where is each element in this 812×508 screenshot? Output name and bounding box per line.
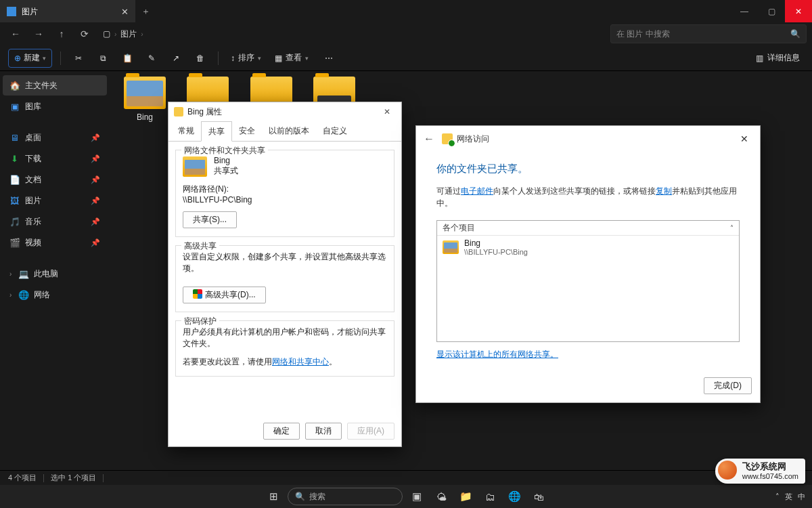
breadcrumb[interactable]: ▢ › 图片 › <box>103 28 143 40</box>
sidebar-item-desktop[interactable]: 🖥桌面📌 <box>3 127 107 148</box>
watermark-url: www.fs0745.com <box>742 472 798 480</box>
advanced-share-button[interactable]: 高级共享(D)... <box>183 287 266 303</box>
minimize-button[interactable]: — <box>731 0 758 22</box>
close-icon[interactable]: ✕ <box>377 104 397 119</box>
download-icon: ⬇ <box>9 154 20 164</box>
item-path: \\BILLYFU-PC\Bing <box>464 248 528 256</box>
view-button[interactable]: ▦ 查看 ▾ <box>271 49 313 68</box>
copy-link[interactable]: 复制 <box>656 186 672 196</box>
sort-button[interactable]: ↕ 排序 ▾ <box>227 49 265 68</box>
network-access-dialog: ← 网络访问 ✕ 你的文件夹已共享。 可通过电子邮件向某个人发送到这些共享项的链… <box>415 125 761 403</box>
share-state: 共享式 <box>214 165 238 177</box>
copy-button[interactable]: ⧉ <box>93 49 112 68</box>
maximize-button[interactable]: ▢ <box>758 0 785 22</box>
chevron-down-icon: ▾ <box>305 55 309 62</box>
tab-customize[interactable]: 自定义 <box>316 121 354 141</box>
back-button[interactable]: ← <box>5 24 26 43</box>
sidebar-item-documents[interactable]: 📄文档📌 <box>3 169 107 190</box>
cancel-button[interactable]: 取消 <box>305 423 342 440</box>
sidebar-item-gallery[interactable]: ▣图库 <box>3 96 107 117</box>
dialog-header: ← 网络访问 ✕ <box>416 126 760 148</box>
cut-button[interactable]: ✂ <box>69 49 88 68</box>
advanced-desc: 设置自定义权限，创建多个共享，并设置其他高级共享选项。 <box>183 251 387 274</box>
new-tab-button[interactable]: ＋ <box>135 5 156 18</box>
collapse-icon[interactable]: ˄ <box>730 224 734 232</box>
task-view-button[interactable]: ▣ <box>407 486 427 507</box>
done-button[interactable]: 完成(D) <box>704 377 752 394</box>
close-icon[interactable]: ✕ <box>733 130 756 148</box>
search-icon: 🔍 <box>295 492 305 501</box>
sidebar-item-music[interactable]: 🎵音乐📌 <box>3 211 107 232</box>
new-button[interactable]: ⊕ 新建 ▾ <box>8 49 52 68</box>
sidebar-item-network[interactable]: ›🌐网络 <box>3 284 107 305</box>
text: 若要更改此设置，请使用 <box>183 357 272 366</box>
sidebar-item-this-pc[interactable]: ›💻此电脑 <box>3 263 107 284</box>
close-window-button[interactable]: ✕ <box>785 0 812 22</box>
sidebar-item-downloads[interactable]: ⬇下载📌 <box>3 148 107 169</box>
refresh-button[interactable]: ⟳ <box>74 24 95 43</box>
tab-general[interactable]: 常规 <box>171 121 201 141</box>
sidebar-label: 桌面 <box>25 132 41 144</box>
taskbar: ⊞ 🔍搜索 ▣ 🌤 📁 🗂 🌐 🛍 ˄ 英 中 <box>0 485 812 508</box>
close-tab-icon[interactable]: ✕ <box>121 7 129 17</box>
sidebar-item-videos[interactable]: 🎬视频📌 <box>3 232 107 253</box>
new-label: 新建 <box>24 52 40 64</box>
taskbar-explorer[interactable]: 🗂 <box>480 486 500 507</box>
ime-abbr[interactable]: 中 <box>798 492 805 502</box>
sort-icon: ↕ <box>231 54 235 63</box>
show-all-shares-link[interactable]: 显示该计算机上的所有网络共享。 <box>436 350 558 359</box>
folder-bing[interactable]: Bing <box>116 77 173 122</box>
forward-button[interactable]: → <box>28 24 49 43</box>
sidebar-item-pictures[interactable]: 🖼图片📌 <box>3 190 107 211</box>
details-label: 详细信息 <box>767 52 800 64</box>
monitor-icon: ▢ <box>103 29 110 39</box>
video-icon: 🎬 <box>9 238 20 248</box>
ime-lang[interactable]: 英 <box>785 492 792 502</box>
separator <box>60 51 61 65</box>
ok-button[interactable]: 确定 <box>263 423 300 440</box>
taskbar-search[interactable]: 🔍搜索 <box>288 488 403 505</box>
toolbar: ⊕ 新建 ▾ ✂ ⧉ 📋 ✎ ↗ 🗑 ↕ 排序 ▾ ▦ 查看 ▾ ⋯ ▥ 详细信… <box>0 45 812 71</box>
group-password-protect: 密码保护 用户必须具有此计算机的用户帐户和密码，才能访问共享文件夹。 若要更改此… <box>175 320 394 377</box>
tab-previous-versions[interactable]: 以前的版本 <box>262 121 316 141</box>
desktop-icon: 🖥 <box>9 133 20 143</box>
rename-button[interactable]: ✎ <box>142 49 161 68</box>
sidebar-label: 网络 <box>34 289 50 301</box>
dialog-body: 你的文件夹已共享。 可通过电子邮件向某个人发送到这些共享项的链接，或将链接复制并… <box>416 148 760 360</box>
list-item[interactable]: Bing \\BILLYFU-PC\Bing <box>437 236 739 259</box>
music-icon: 🎵 <box>9 217 20 227</box>
back-button[interactable]: ← <box>420 130 438 148</box>
sidebar-item-home[interactable]: 🏠主文件夹 <box>3 75 107 96</box>
up-button[interactable]: ↑ <box>51 24 72 43</box>
more-button[interactable]: ⋯ <box>319 49 338 68</box>
list-header[interactable]: 各个项目 ˄ <box>437 221 739 236</box>
text: 向某个人发送到这些共享项的链接，或将链接 <box>493 186 656 196</box>
tab-share[interactable]: 共享 <box>201 121 232 142</box>
start-button[interactable]: ⊞ <box>263 486 284 507</box>
window-tab[interactable]: 图片 ✕ <box>0 0 135 22</box>
text: 可通过 <box>436 186 461 196</box>
pc-icon: 💻 <box>18 269 28 279</box>
dialog-body: 网络文件和文件夹共享 Bing 共享式 网络路径(N): \\BILLYFU-P… <box>168 150 401 377</box>
shared-items-list: 各个项目 ˄ Bing \\BILLYFU-PC\Bing <box>436 220 740 342</box>
share-button[interactable]: ↗ <box>166 49 185 68</box>
delete-button[interactable]: 🗑 <box>191 49 210 68</box>
search-input[interactable]: 在 图片 中搜索 🔍 <box>610 24 807 43</box>
sort-label: 排序 <box>238 52 254 64</box>
details-pane-button[interactable]: ▥ 详细信息 <box>752 49 804 68</box>
taskbar-edge[interactable]: 🌐 <box>504 486 524 507</box>
watermark-brand: 飞沙系统网 <box>742 461 786 471</box>
taskbar-store[interactable]: 🛍 <box>528 486 549 507</box>
share-button[interactable]: 共享(S)... <box>183 211 237 228</box>
dialog-titlebar[interactable]: Bing 属性 ✕ <box>168 102 401 121</box>
dialog-head-title: 网络访问 <box>457 133 489 145</box>
taskbar-app[interactable]: 📁 <box>455 486 476 507</box>
taskbar-app[interactable]: 🌤 <box>431 486 451 507</box>
paste-button[interactable]: 📋 <box>118 49 137 68</box>
sidebar-label: 视频 <box>25 237 41 249</box>
email-link[interactable]: 电子邮件 <box>461 186 493 196</box>
tray-chevron-icon[interactable]: ˄ <box>775 492 780 501</box>
breadcrumb-item[interactable]: 图片 <box>120 28 137 40</box>
network-center-link[interactable]: 网络和共享中心 <box>272 357 329 366</box>
tab-security[interactable]: 安全 <box>232 121 262 141</box>
